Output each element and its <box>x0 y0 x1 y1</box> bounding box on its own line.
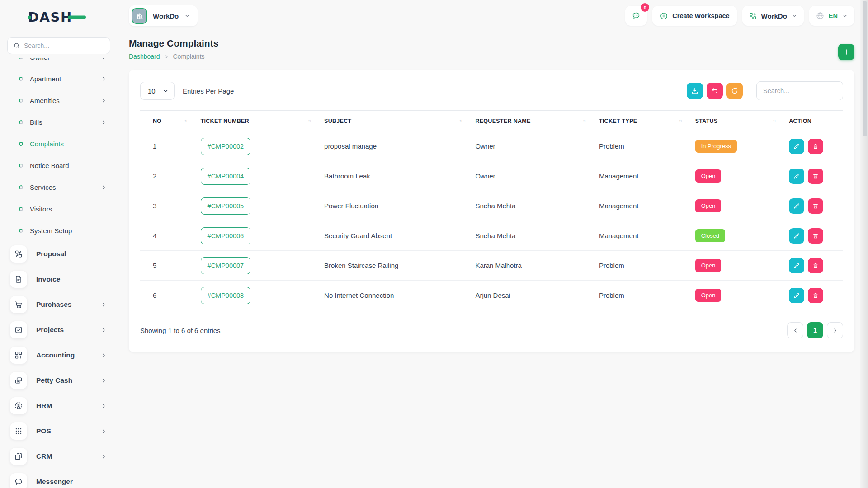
sort-icon: ↑↓ <box>583 118 588 123</box>
cell-ticket-type: Problem <box>594 281 690 310</box>
chevron-right-icon <box>101 184 107 190</box>
sidebar-item-proposal[interactable]: Proposal <box>0 241 118 267</box>
sidebar-item-notice-board[interactable]: Notice Board <box>0 155 118 176</box>
sidebar-item-crm[interactable]: CRM <box>0 444 118 469</box>
breadcrumb-dashboard-link[interactable]: Dashboard <box>129 53 160 60</box>
column-header-no[interactable]: NO↑↓ <box>140 111 195 131</box>
main-area: WorkDo 0 Create Workspace WorkDo <box>118 0 868 352</box>
bullet-icon <box>19 206 24 211</box>
table-row: 3#CMP00005Power FluctuationSneha MehtaMa… <box>140 191 843 221</box>
sidebar-item-label: Apartment <box>30 75 94 83</box>
delete-button[interactable] <box>808 169 823 184</box>
sidebar-item-complaints[interactable]: Complaints <box>0 133 118 155</box>
sidebar-item-apartment[interactable]: Apartment <box>0 68 118 89</box>
bullet-icon <box>19 58 24 60</box>
sidebar-item-pos[interactable]: POS <box>0 418 118 444</box>
cell-status: In Progress <box>690 131 784 161</box>
column-header-ticket-type[interactable]: TICKET TYPE↑↓ <box>594 111 690 131</box>
cell-subject: No Internet Connection <box>319 281 470 310</box>
delete-button[interactable] <box>808 288 823 303</box>
scrollbar-track[interactable] <box>860 0 868 488</box>
sidebar-item-owner[interactable]: Owner <box>0 58 118 68</box>
sidebar-item-system-setup[interactable]: System Setup <box>0 220 118 241</box>
edit-button[interactable] <box>789 258 804 273</box>
ticket-number-chip: #CMP00008 <box>201 287 251 304</box>
dash-logo-icon: DASH <box>28 9 86 25</box>
sidebar-item-bills[interactable]: Bills <box>0 111 118 133</box>
accounting-icon <box>10 347 27 364</box>
column-header-label: TICKET TYPE <box>599 118 637 124</box>
entries-per-page-select[interactable]: 10 <box>140 82 175 100</box>
pagination-prev-button[interactable] <box>787 322 803 338</box>
column-header-requester-name[interactable]: REQUESTER NAME↑↓ <box>470 111 594 131</box>
cell-ticket-type: Management <box>594 191 690 221</box>
sidebar-item-invoice[interactable]: Invoice <box>0 267 118 292</box>
sidebar-item-amenities[interactable]: Amenities <box>0 89 118 111</box>
table-body: 1#CMP00002proposal manageOwnerProblemIn … <box>140 131 843 310</box>
edit-button[interactable] <box>789 228 804 244</box>
status-badge: Open <box>695 169 722 183</box>
sidebar-item-messenger[interactable]: Messenger <box>0 469 118 488</box>
cell-ticket-type: Problem <box>594 131 690 161</box>
sidebar-nav-modules: ProposalInvoicePurchasesProjectsAccounti… <box>0 241 118 488</box>
edit-button[interactable] <box>789 169 804 184</box>
cell-ticket-number: #CMP00004 <box>195 161 319 191</box>
chevron-right-icon <box>101 98 107 103</box>
table-search-input[interactable] <box>756 81 843 100</box>
edit-button[interactable] <box>789 139 804 154</box>
page-content: Manage Complaints Dashboard Complaints 1… <box>118 38 868 352</box>
workspace-selector[interactable]: WorkDo <box>129 5 198 26</box>
reset-button[interactable] <box>707 83 723 99</box>
status-badge: Closed <box>695 229 725 242</box>
delete-button[interactable] <box>808 139 823 154</box>
ticket-number-chip: #CMP00002 <box>201 138 251 155</box>
sidebar-item-petty-cash[interactable]: Petty Cash <box>0 368 118 393</box>
cell-ticket-type: Problem <box>594 251 690 281</box>
pos-icon <box>10 422 27 440</box>
export-button[interactable] <box>687 83 703 99</box>
delete-button[interactable] <box>808 198 823 214</box>
create-workspace-label: Create Workspace <box>672 12 729 19</box>
undo-icon <box>711 87 719 95</box>
chevron-right-icon <box>101 428 107 434</box>
edit-button[interactable] <box>789 288 804 303</box>
scrollbar-thumb[interactable] <box>863 1 867 136</box>
language-selector[interactable]: EN <box>809 6 854 26</box>
messenger-icon <box>10 473 27 488</box>
add-complaint-button[interactable] <box>838 44 854 60</box>
cell-subject: Broken Staircase Railing <box>319 251 470 281</box>
bullet-icon <box>19 98 24 103</box>
sidebar-item-hrm[interactable]: HRM <box>0 393 118 418</box>
chevron-right-icon <box>101 302 107 308</box>
cart-icon <box>10 296 27 313</box>
refresh-button[interactable] <box>726 83 743 99</box>
messages-button[interactable]: 0 <box>625 6 647 26</box>
plus-circle-icon <box>660 12 668 20</box>
invoice-icon <box>10 271 27 288</box>
cell-requester-name: Karan Malhotra <box>470 251 594 281</box>
cell-no: 5 <box>140 251 195 281</box>
sidebar-search-input[interactable] <box>24 42 104 49</box>
sidebar-item-accounting[interactable]: Accounting <box>0 343 118 368</box>
sidebar-item-services[interactable]: Services <box>0 176 118 198</box>
sort-icon: ↑↓ <box>459 118 464 123</box>
company-menu[interactable]: WorkDo <box>742 6 804 26</box>
column-header-ticket-number[interactable]: TICKET NUMBER↑↓ <box>195 111 319 131</box>
svg-text:DASH: DASH <box>28 9 72 25</box>
delete-button[interactable] <box>808 228 823 244</box>
edit-button[interactable] <box>789 198 804 214</box>
status-badge: Open <box>695 199 722 212</box>
column-header-label: SUBJECT <box>324 118 351 124</box>
pagination-next-button[interactable] <box>827 322 843 338</box>
create-workspace-button[interactable]: Create Workspace <box>652 6 736 26</box>
column-header-subject[interactable]: SUBJECT↑↓ <box>319 111 470 131</box>
app-logo[interactable]: DASH <box>0 0 118 26</box>
sidebar-item-purchases[interactable]: Purchases <box>0 292 118 317</box>
delete-button[interactable] <box>808 258 823 273</box>
sidebar-item-projects[interactable]: Projects <box>0 317 118 343</box>
bullet-icon <box>19 76 24 81</box>
sidebar-item-visitors[interactable]: Visitors <box>0 198 118 220</box>
page-title: Manage Complaints <box>129 38 218 49</box>
pagination-page-1[interactable]: 1 <box>807 322 823 338</box>
column-header-status[interactable]: STATUS↑↓ <box>690 111 784 131</box>
